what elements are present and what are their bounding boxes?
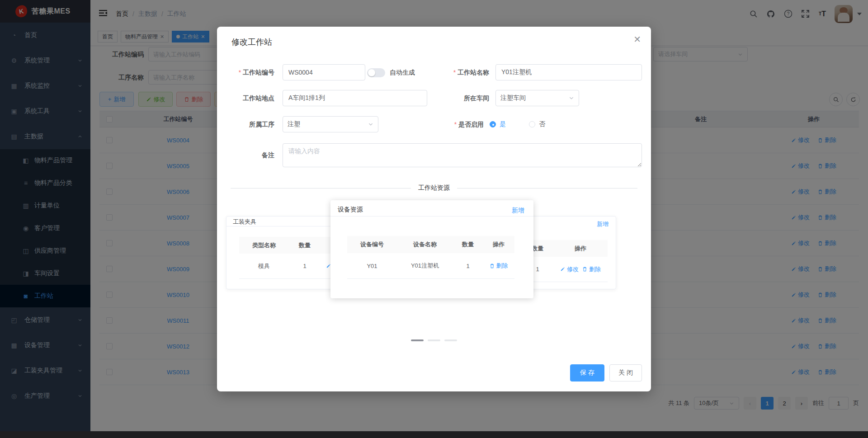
- dialog-title: 修改工作站: [231, 37, 272, 47]
- workstation-name-field[interactable]: [495, 64, 642, 80]
- device-add-link[interactable]: 新增: [512, 207, 524, 215]
- device-panel-title: 设备资源: [338, 206, 363, 214]
- save-button[interactable]: 保 存: [570, 364, 604, 381]
- workstation-location-field[interactable]: [283, 90, 427, 106]
- enabled-label: 是否启用: [429, 116, 484, 132]
- chevron-down-icon: [569, 95, 574, 101]
- fixture-card-title: 工装夹具: [233, 218, 256, 226]
- device-table-header: 设备编号 设备名称 数量 操作: [347, 236, 514, 253]
- chevron-down-icon: [368, 122, 373, 127]
- trash-icon: [582, 267, 587, 272]
- close-button[interactable]: 关 闭: [609, 364, 642, 381]
- enabled-yes-radio[interactable]: 是: [490, 116, 506, 132]
- staff-add-link[interactable]: 新增: [597, 220, 609, 228]
- staff-edit-link[interactable]: 修改: [560, 265, 579, 273]
- enabled-no-radio[interactable]: 否: [529, 116, 545, 132]
- remark-label: 备注: [220, 147, 274, 163]
- workshop-select[interactable]: 注塑车间: [495, 90, 579, 106]
- auto-generate-toggle[interactable]: [367, 68, 385, 77]
- dialog-close-icon[interactable]: ✕: [633, 35, 641, 44]
- radio-on-icon: [490, 121, 496, 127]
- trash-icon: [490, 264, 495, 268]
- carousel-indicators: [217, 339, 651, 341]
- pencil-icon: [560, 267, 565, 272]
- workshop-label: 所在车间: [435, 90, 489, 106]
- workstation-code-field[interactable]: [283, 64, 365, 80]
- device-resource-panel: 设备资源 新增 设备编号 设备名称 数量 操作 Y01 Y01注塑机 1 删除: [330, 200, 533, 298]
- edit-workstation-dialog: 修改工作站 ✕ 工作站编号 自动生成 工作站名称 工作站地点 所在车间 注塑车间…: [217, 27, 651, 391]
- carousel-dot-3[interactable]: [444, 339, 457, 341]
- staff-delete-link[interactable]: 删除: [582, 265, 601, 273]
- remark-textarea[interactable]: [283, 143, 642, 167]
- radio-off-icon: [529, 121, 535, 127]
- app-screen: K 苦糖果MES ◔ 首页 ⚙ 系统管理 ▦ 系统监控 ▣ 系统工具 ▤ 主数据: [0, 0, 868, 438]
- auto-generate-label: 自动生成: [390, 64, 415, 80]
- carousel-dot-2[interactable]: [428, 339, 440, 341]
- location-label: 工作站地点: [220, 90, 274, 106]
- section-title: 工作站资源: [411, 184, 457, 192]
- device-delete-link[interactable]: 删除: [490, 262, 508, 270]
- code-label: 工作站编号: [220, 64, 274, 80]
- carousel-dot-1[interactable]: [411, 339, 424, 341]
- process-select[interactable]: 注塑: [283, 116, 378, 132]
- name-label: 工作站名称: [435, 64, 489, 80]
- device-table-row: Y01 Y01注塑机 1 删除: [347, 253, 514, 279]
- process-label: 所属工序: [220, 116, 274, 132]
